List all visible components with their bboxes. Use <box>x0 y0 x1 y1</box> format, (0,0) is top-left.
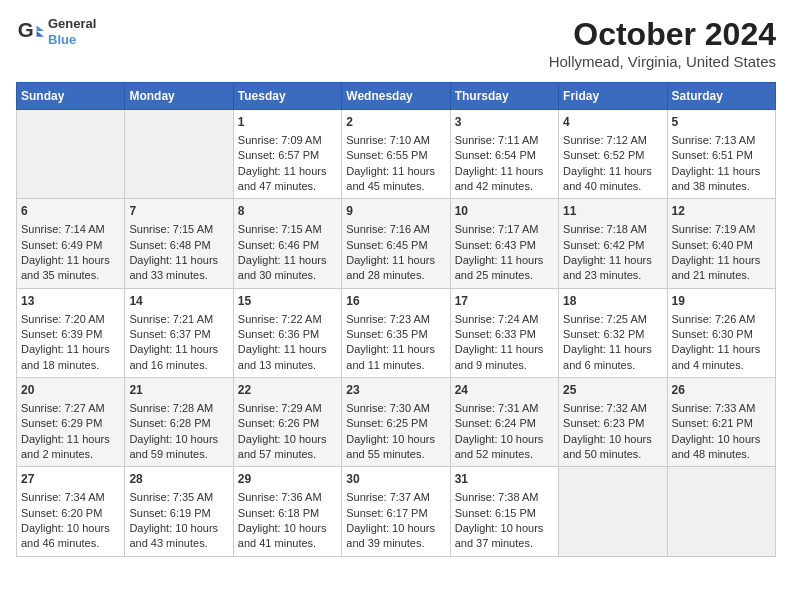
daylight-text-1: Daylight: 11 hours <box>455 342 554 357</box>
daylight-text-1: Daylight: 10 hours <box>346 521 445 536</box>
sunset-text: Sunset: 6:18 PM <box>238 506 337 521</box>
day-number: 19 <box>672 293 771 310</box>
weekday-friday: Friday <box>559 83 667 110</box>
calendar-body: 1Sunrise: 7:09 AMSunset: 6:57 PMDaylight… <box>17 110 776 557</box>
sunset-text: Sunset: 6:39 PM <box>21 327 120 342</box>
calendar-cell <box>559 467 667 556</box>
calendar-cell: 4Sunrise: 7:12 AMSunset: 6:52 PMDaylight… <box>559 110 667 199</box>
day-number: 27 <box>21 471 120 488</box>
calendar-cell: 14Sunrise: 7:21 AMSunset: 6:37 PMDayligh… <box>125 288 233 377</box>
calendar-cell: 9Sunrise: 7:16 AMSunset: 6:45 PMDaylight… <box>342 199 450 288</box>
sunset-text: Sunset: 6:37 PM <box>129 327 228 342</box>
logo: G General Blue <box>16 16 96 47</box>
sunset-text: Sunset: 6:46 PM <box>238 238 337 253</box>
daylight-text-2: and 43 minutes. <box>129 536 228 551</box>
sunrise-text: Sunrise: 7:31 AM <box>455 401 554 416</box>
daylight-text-1: Daylight: 11 hours <box>238 253 337 268</box>
sunrise-text: Sunrise: 7:21 AM <box>129 312 228 327</box>
daylight-text-1: Daylight: 10 hours <box>346 432 445 447</box>
sunrise-text: Sunrise: 7:20 AM <box>21 312 120 327</box>
sunset-text: Sunset: 6:29 PM <box>21 416 120 431</box>
day-number: 9 <box>346 203 445 220</box>
calendar-table: SundayMondayTuesdayWednesdayThursdayFrid… <box>16 82 776 557</box>
sunset-text: Sunset: 6:43 PM <box>455 238 554 253</box>
daylight-text-2: and 40 minutes. <box>563 179 662 194</box>
calendar-cell: 1Sunrise: 7:09 AMSunset: 6:57 PMDaylight… <box>233 110 341 199</box>
sunset-text: Sunset: 6:49 PM <box>21 238 120 253</box>
calendar-week-3: 13Sunrise: 7:20 AMSunset: 6:39 PMDayligh… <box>17 288 776 377</box>
sunrise-text: Sunrise: 7:16 AM <box>346 222 445 237</box>
daylight-text-1: Daylight: 11 hours <box>672 342 771 357</box>
calendar-cell: 25Sunrise: 7:32 AMSunset: 6:23 PMDayligh… <box>559 378 667 467</box>
sunrise-text: Sunrise: 7:38 AM <box>455 490 554 505</box>
calendar-week-2: 6Sunrise: 7:14 AMSunset: 6:49 PMDaylight… <box>17 199 776 288</box>
sunrise-text: Sunrise: 7:14 AM <box>21 222 120 237</box>
sunrise-text: Sunrise: 7:26 AM <box>672 312 771 327</box>
logo-line2: Blue <box>48 32 96 48</box>
daylight-text-2: and 59 minutes. <box>129 447 228 462</box>
sunset-text: Sunset: 6:42 PM <box>563 238 662 253</box>
daylight-text-2: and 18 minutes. <box>21 358 120 373</box>
sunset-text: Sunset: 6:32 PM <box>563 327 662 342</box>
daylight-text-1: Daylight: 11 hours <box>563 164 662 179</box>
calendar-week-4: 20Sunrise: 7:27 AMSunset: 6:29 PMDayligh… <box>17 378 776 467</box>
calendar-cell: 22Sunrise: 7:29 AMSunset: 6:26 PMDayligh… <box>233 378 341 467</box>
sunrise-text: Sunrise: 7:27 AM <box>21 401 120 416</box>
calendar-cell: 23Sunrise: 7:30 AMSunset: 6:25 PMDayligh… <box>342 378 450 467</box>
sunset-text: Sunset: 6:48 PM <box>129 238 228 253</box>
weekday-header-row: SundayMondayTuesdayWednesdayThursdayFrid… <box>17 83 776 110</box>
calendar-cell <box>17 110 125 199</box>
day-number: 1 <box>238 114 337 131</box>
daylight-text-2: and 55 minutes. <box>346 447 445 462</box>
day-number: 2 <box>346 114 445 131</box>
day-number: 31 <box>455 471 554 488</box>
weekday-sunday: Sunday <box>17 83 125 110</box>
day-number: 21 <box>129 382 228 399</box>
day-number: 20 <box>21 382 120 399</box>
sunrise-text: Sunrise: 7:12 AM <box>563 133 662 148</box>
daylight-text-1: Daylight: 11 hours <box>563 342 662 357</box>
sunrise-text: Sunrise: 7:09 AM <box>238 133 337 148</box>
daylight-text-2: and 28 minutes. <box>346 268 445 283</box>
daylight-text-2: and 30 minutes. <box>238 268 337 283</box>
day-number: 28 <box>129 471 228 488</box>
sunrise-text: Sunrise: 7:33 AM <box>672 401 771 416</box>
daylight-text-2: and 21 minutes. <box>672 268 771 283</box>
sunrise-text: Sunrise: 7:15 AM <box>129 222 228 237</box>
calendar-cell: 24Sunrise: 7:31 AMSunset: 6:24 PMDayligh… <box>450 378 558 467</box>
sunset-text: Sunset: 6:57 PM <box>238 148 337 163</box>
daylight-text-1: Daylight: 11 hours <box>346 253 445 268</box>
daylight-text-1: Daylight: 10 hours <box>672 432 771 447</box>
sunset-text: Sunset: 6:19 PM <box>129 506 228 521</box>
daylight-text-2: and 42 minutes. <box>455 179 554 194</box>
weekday-monday: Monday <box>125 83 233 110</box>
day-number: 23 <box>346 382 445 399</box>
sunset-text: Sunset: 6:55 PM <box>346 148 445 163</box>
day-number: 30 <box>346 471 445 488</box>
calendar-cell: 8Sunrise: 7:15 AMSunset: 6:46 PMDaylight… <box>233 199 341 288</box>
sunset-text: Sunset: 6:23 PM <box>563 416 662 431</box>
daylight-text-1: Daylight: 11 hours <box>129 342 228 357</box>
sunrise-text: Sunrise: 7:36 AM <box>238 490 337 505</box>
calendar-week-1: 1Sunrise: 7:09 AMSunset: 6:57 PMDaylight… <box>17 110 776 199</box>
page-subtitle: Hollymead, Virginia, United States <box>549 53 776 70</box>
weekday-wednesday: Wednesday <box>342 83 450 110</box>
calendar-cell: 28Sunrise: 7:35 AMSunset: 6:19 PMDayligh… <box>125 467 233 556</box>
calendar-cell: 15Sunrise: 7:22 AMSunset: 6:36 PMDayligh… <box>233 288 341 377</box>
weekday-tuesday: Tuesday <box>233 83 341 110</box>
day-number: 13 <box>21 293 120 310</box>
svg-marker-2 <box>37 31 44 37</box>
daylight-text-1: Daylight: 10 hours <box>129 432 228 447</box>
sunrise-text: Sunrise: 7:37 AM <box>346 490 445 505</box>
logo-line1: General <box>48 16 96 32</box>
day-number: 16 <box>346 293 445 310</box>
daylight-text-1: Daylight: 11 hours <box>21 253 120 268</box>
sunrise-text: Sunrise: 7:13 AM <box>672 133 771 148</box>
weekday-saturday: Saturday <box>667 83 775 110</box>
calendar-cell: 7Sunrise: 7:15 AMSunset: 6:48 PMDaylight… <box>125 199 233 288</box>
day-number: 5 <box>672 114 771 131</box>
sunrise-text: Sunrise: 7:25 AM <box>563 312 662 327</box>
daylight-text-2: and 11 minutes. <box>346 358 445 373</box>
calendar-cell: 17Sunrise: 7:24 AMSunset: 6:33 PMDayligh… <box>450 288 558 377</box>
calendar-cell: 21Sunrise: 7:28 AMSunset: 6:28 PMDayligh… <box>125 378 233 467</box>
